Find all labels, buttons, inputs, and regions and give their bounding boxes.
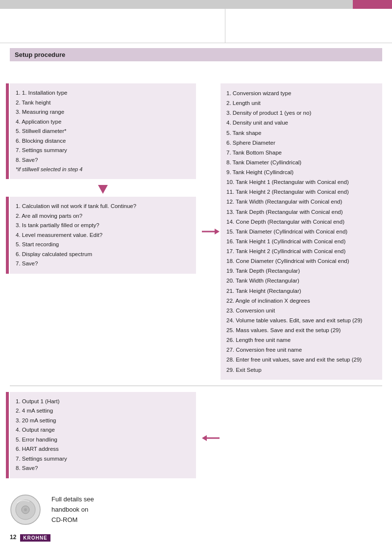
rb-item-14: 14. Cone Depth (Rectangular with Conical…	[226, 217, 376, 227]
page-number: 12	[10, 534, 16, 541]
box2-item-4: 4. Level measurement value. Edit?	[16, 231, 190, 240]
box1-item-1: 1. 1. Installation type	[16, 88, 190, 98]
bottom-left: 1. Output 1 (Hart) 2. 4 mA setting 3. 20…	[10, 392, 201, 484]
rb-item-28: 28. Enter free unit values, save and exi…	[226, 355, 376, 364]
box1-item-2: 2. Tank height	[16, 98, 190, 108]
box1-accent	[6, 83, 9, 179]
rb-item-23: 23. Conversion unit	[226, 306, 376, 315]
rb-item-3: 3. Density of product 1 (yes or no)	[226, 108, 376, 118]
box2-item-3: 3. Is tank partially filled or empty?	[16, 221, 190, 231]
box3-item-3: 3. 20 mA setting	[16, 416, 190, 426]
box2-item-5: 5. Start recording	[16, 240, 190, 250]
box3-item-7: 7. Settings summary	[16, 454, 190, 464]
bottom-arrow-left	[201, 392, 220, 484]
cdrom-line1: Full details see	[51, 494, 94, 505]
rb-item-12: 12. Tank Width (Rectangular with Conical…	[226, 197, 376, 207]
rb-item-10: 10. Tank Height 1 (Rectangular with Coni…	[226, 177, 376, 187]
box1-item-4: 4. Application type	[16, 117, 190, 127]
box3-item-4: 4. Output range	[16, 425, 190, 435]
box1-item-8: 8. Save?	[16, 156, 190, 165]
box2-item-2: 2. Are all moving parts on?	[16, 211, 190, 221]
rb-item-25: 25. Mass values. Save and exit the setup…	[226, 325, 376, 335]
box3-item-1: 1. Output 1 (Hart)	[16, 397, 190, 407]
top-bar-accent	[353, 0, 392, 9]
rb-item-2: 2. Length unit	[226, 98, 376, 108]
cd-icon	[10, 494, 42, 526]
svg-marker-1	[215, 229, 220, 234]
rb-item-26: 26. Length free unit name	[226, 335, 376, 345]
rb-item-27: 27. Conversion free unit name	[226, 345, 376, 355]
box1-content: 1. 1. Installation type 2. Tank height 3…	[10, 83, 196, 179]
rb-item-13: 13. Tank Depth (Rectangular with Conical…	[226, 207, 376, 217]
rb-item-5: 5. Tank shape	[226, 128, 376, 138]
box2-item-1: 1. Calculation will not work if tank ful…	[16, 202, 190, 211]
bottom-layout: 1. Output 1 (Hart) 2. 4 mA setting 3. 20…	[0, 392, 392, 484]
box2: 1. Calculation will not work if tank ful…	[10, 197, 196, 274]
arrow-right-icon	[202, 227, 220, 236]
svg-marker-3	[202, 435, 207, 441]
header-right	[225, 9, 392, 43]
rb-item-6: 6. Sphere Diameter	[226, 138, 376, 148]
arrow-left-icon	[202, 433, 220, 443]
box3: 1. Output 1 (Hart) 2. 4 mA setting 3. 20…	[10, 392, 196, 478]
box1-item-note: *if stillwell selected in step 4	[16, 165, 190, 174]
rb-item-21: 21. Tank Height (Rectangular)	[226, 286, 376, 296]
box3-content: 1. Output 1 (Hart) 2. 4 mA setting 3. 20…	[10, 392, 196, 478]
arrow-down-shape-1	[98, 185, 108, 194]
cdrom-line3: CD-ROM	[51, 515, 94, 525]
middle-arrow-area	[201, 83, 220, 380]
box3-accent	[6, 392, 9, 478]
bottom-divider-line: KROHNE	[20, 534, 50, 541]
bottom-right-space	[220, 392, 382, 484]
rb-item-18: 18. Cone Diameter (Cyllindrical with Con…	[226, 256, 376, 266]
box1-item-6: 6. Blocking distance	[16, 136, 190, 146]
main-layout: 1. 1. Installation type 2. Tank height 3…	[0, 83, 392, 380]
rb-item-19: 19. Tank Depth (Rectangular)	[226, 266, 376, 276]
box1-item-5: 5. Stillwell diameter*	[16, 127, 190, 136]
cdrom-line2: handbook on	[51, 505, 94, 515]
setup-title-bar: Setup procedure	[10, 48, 382, 61]
box2-item-7: 7. Save?	[16, 259, 190, 269]
box1-item-3: 3. Measuring range	[16, 107, 190, 117]
rb-item-20: 20. Tank Width (Rectangular)	[226, 276, 376, 286]
rb-item-11: 11. Tank Height 2 (Rectangular with Coni…	[226, 187, 376, 197]
box3-item-5: 5. Error handling	[16, 435, 190, 445]
rb-item-7: 7. Tank Bottom Shape	[226, 148, 376, 157]
box3-item-6: 6. HART address	[16, 444, 190, 454]
setup-title: Setup procedure	[15, 51, 65, 58]
cdrom-section: Full details see handbook on CD-ROM	[0, 484, 392, 531]
box2-item-6: 6. Display calculated spectrum	[16, 250, 190, 260]
rb-item-17: 17. Tank Height 2 (Cyllindrical with Con…	[226, 246, 376, 256]
header-area	[0, 9, 392, 43]
rb-item-15: 15. Tank Diameter (Cyllindrical with Con…	[226, 227, 376, 236]
krohne-logo: KROHNE	[20, 534, 50, 542]
cdrom-text: Full details see handbook on CD-ROM	[51, 494, 94, 525]
rb-item-1: 1. Conversion wizard type	[226, 88, 376, 98]
rb-item-9: 9. Tank Height (Cyllindrcal)	[226, 167, 376, 177]
rb-item-8: 8. Tank Diameter (Cyllindrical)	[226, 157, 376, 167]
page-footer: 12 KROHNE	[10, 533, 50, 541]
rb-item-22: 22. Angle of inclination X degrees	[226, 296, 376, 306]
box2-accent	[6, 197, 9, 274]
left-column: 1. 1. Installation type 2. Tank height 3…	[10, 83, 201, 380]
box2-content: 1. Calculation will not work if tank ful…	[10, 197, 196, 274]
arrow-down-1	[10, 185, 196, 194]
rb-item-4: 4. Density unit and value	[226, 118, 376, 128]
top-bar	[0, 0, 392, 9]
right-box: 1. Conversion wizard type 2. Length unit…	[220, 83, 382, 380]
box1: 1. 1. Installation type 2. Tank height 3…	[10, 83, 196, 179]
divider-1	[10, 386, 382, 386]
rb-item-16: 16. Tank Height 1 (Cyllindrical with Con…	[226, 236, 376, 246]
svg-point-7	[24, 508, 27, 511]
right-box-wrapper: 1. Conversion wizard type 2. Length unit…	[220, 83, 382, 380]
box3-item-8: 8. Save?	[16, 464, 190, 473]
rb-item-29: 29. Exit Setup	[226, 365, 376, 375]
box1-item-7: 7. Settings summary	[16, 146, 190, 156]
header-left	[0, 9, 225, 43]
rb-item-24: 24. Volume table values. Edit, save and …	[226, 315, 376, 325]
box3-item-2: 2. 4 mA setting	[16, 406, 190, 416]
